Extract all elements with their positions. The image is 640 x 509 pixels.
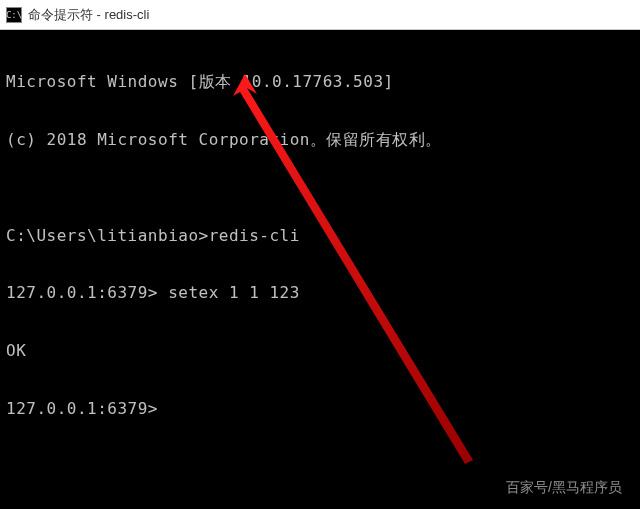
terminal-line: Microsoft Windows [版本 10.0.17763.503]: [6, 72, 634, 91]
cmd-icon-label: C:\: [6, 10, 22, 20]
terminal-area[interactable]: Microsoft Windows [版本 10.0.17763.503] (c…: [0, 30, 640, 509]
terminal-line: C:\Users\litianbiao>redis-cli: [6, 226, 634, 245]
terminal-line: OK: [6, 341, 634, 360]
window-title: 命令提示符 - redis-cli: [28, 6, 149, 24]
terminal-line: (c) 2018 Microsoft Corporation。保留所有权利。: [6, 130, 634, 149]
window-titlebar: C:\ 命令提示符 - redis-cli: [0, 0, 640, 30]
watermark-text: 百家号/黑马程序员: [506, 479, 622, 497]
terminal-line: 127.0.0.1:6379>: [6, 399, 634, 418]
terminal-line: 127.0.0.1:6379> setex 1 1 123: [6, 283, 634, 302]
cmd-icon: C:\: [6, 7, 22, 23]
